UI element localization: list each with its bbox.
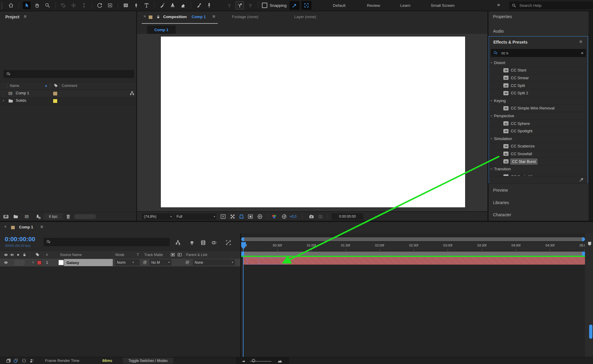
track-matte-dropdown[interactable]: No M ▾ (150, 259, 171, 266)
project-search-input[interactable] (14, 71, 132, 77)
graph-editor-icon[interactable] (225, 240, 231, 246)
snapshot-icon[interactable] (309, 214, 314, 220)
sort-ascending-icon[interactable]: ▲ (44, 84, 48, 87)
navigator-left-handle[interactable] (241, 237, 244, 241)
resolution-dropdown[interactable]: Full ▾ (174, 213, 217, 220)
layer-switch-cell[interactable] (20, 260, 25, 266)
label-color-swatch[interactable] (53, 99, 58, 103)
timeline-vertical-scrollbar[interactable] (589, 325, 592, 339)
comp-label-swatch[interactable] (148, 15, 153, 19)
magnification-dropdown[interactable]: (74,8%) ▾ (142, 213, 174, 220)
rotation-tool[interactable] (96, 1, 104, 9)
column-track-matte[interactable]: Track Matte (144, 253, 163, 257)
brush-tool[interactable] (158, 1, 166, 9)
type-tool[interactable] (143, 1, 150, 9)
layer-copies-icon[interactable] (6, 358, 11, 363)
column-mode[interactable]: Mode (115, 253, 124, 257)
timeline-tab-label[interactable]: Comp 1 (19, 225, 33, 229)
unlock-icon[interactable] (156, 15, 160, 19)
effect-item-cc-scatterize[interactable]: 16CC Scatterize (489, 143, 587, 150)
draft-3d-icon[interactable] (189, 240, 195, 246)
effect-item-cc-snowfall[interactable]: 32CC Snowfall (489, 150, 587, 158)
pen-tool[interactable] (132, 1, 140, 9)
show-snapshot-icon[interactable] (317, 214, 323, 220)
layer-selection-outline[interactable] (259, 258, 287, 264)
viewer-pasteboard[interactable] (137, 34, 487, 211)
exposure-icon[interactable] (281, 214, 287, 220)
bend-pin-tool[interactable] (246, 1, 254, 9)
column-comment[interactable]: Comment (62, 84, 77, 88)
help-search-input[interactable] (519, 3, 590, 8)
project-search-box[interactable] (4, 70, 134, 78)
work-area-end-handle[interactable] (582, 252, 585, 256)
clear-search-icon[interactable]: × (581, 50, 584, 55)
project-item-name[interactable]: Solids (16, 98, 26, 103)
workspace-tab-learn[interactable]: Learn (400, 0, 411, 11)
expand-chevron-icon[interactable]: › (3, 98, 4, 103)
preserve-transparency-cell[interactable] (135, 259, 140, 266)
effects-panel-menu-icon[interactable]: ≡ (579, 39, 582, 44)
new-animation-preset-icon[interactable] (579, 177, 584, 182)
parent-link-dropdown[interactable]: None ▾ (193, 259, 235, 266)
panel-tab-character[interactable]: Character (489, 209, 589, 221)
interpret-footage-icon[interactable] (3, 214, 9, 220)
zoom-tool[interactable] (44, 1, 51, 9)
audio-speaker-icon[interactable] (9, 252, 14, 257)
selection-tool[interactable] (23, 1, 31, 9)
bit-depth-button[interactable]: 8 bpc (44, 213, 63, 220)
layer-row-galaxy[interactable]: › 1 Galaxy Norm ▾ @ No M ▾ @ None ▾ (0, 259, 240, 267)
puppet-pin-tool[interactable] (205, 1, 213, 9)
layer-duration-bar[interactable] (243, 257, 585, 265)
project-row-comp[interactable]: Comp 1 (0, 90, 136, 97)
layer-name-cell[interactable]: Galaxy (64, 259, 113, 266)
effect-item-cc-split[interactable]: 16CC Split (489, 82, 587, 90)
column-source-name[interactable]: Source Name (60, 253, 82, 257)
toggle-switches-modes-button[interactable]: Toggle Switches / Modes (123, 358, 173, 363)
effect-item-cc-simple-wire-removal[interactable]: 32CC Simple Wire Removal (489, 105, 587, 112)
panel-tab-preview[interactable]: Preview (489, 184, 589, 197)
label-color-swatch[interactable] (53, 91, 58, 96)
comp-marker-bin-icon[interactable] (587, 241, 592, 247)
work-area-start-handle[interactable] (241, 252, 244, 256)
effects-category-simulation[interactable]: ›Simulation (489, 135, 587, 143)
in-out-braces-icon[interactable] (21, 358, 27, 363)
panel-tab-properties[interactable]: Properties (489, 11, 589, 23)
effect-item-cc-sphere[interactable]: 32CC Sphere (489, 120, 587, 128)
position-pin-tool[interactable] (225, 1, 233, 9)
column-parent-link[interactable]: Parent & Link (186, 253, 207, 257)
lock-icon[interactable] (22, 252, 27, 257)
delete-trash-icon[interactable] (65, 214, 71, 220)
fast-preview-icon[interactable] (220, 214, 226, 220)
orbit-camera-tool[interactable] (59, 1, 67, 9)
snap-region-button[interactable] (301, 1, 311, 10)
layer-eye-icon[interactable] (4, 260, 8, 265)
effect-item-cc-slant[interactable]: 16CC Slant (489, 67, 587, 74)
alpha-matte-icon[interactable] (170, 252, 175, 257)
comp-selector-tab[interactable]: Comp 1 (147, 26, 176, 34)
layer-in-handle-outline[interactable] (247, 258, 259, 264)
zoom-in-mountain-icon[interactable] (277, 358, 283, 364)
effects-category-transition[interactable]: ›Transition (489, 165, 587, 173)
roto-brush-tool[interactable] (195, 1, 203, 9)
column-name[interactable]: Name (10, 84, 19, 88)
hand-tool[interactable] (33, 1, 41, 9)
panel-tab-audio[interactable]: Audio (489, 22, 589, 36)
effect-item-cc-smear[interactable]: 32CC Smear (489, 74, 587, 82)
label-column-tag-icon[interactable] (53, 83, 58, 88)
composition-mini-flowchart-icon[interactable] (175, 240, 181, 246)
grid-guides-icon[interactable] (257, 214, 263, 220)
timeline-search-box[interactable] (44, 238, 170, 246)
effects-category-perspective[interactable]: ›Perspective (489, 112, 587, 120)
solo-icon[interactable] (16, 253, 20, 257)
mask-visibility-icon[interactable] (247, 214, 253, 220)
exposure-value[interactable]: +0,0 (290, 214, 297, 219)
viewer-tab-layer[interactable]: Layer (none) (294, 15, 316, 19)
snapping-checkbox[interactable] (262, 3, 267, 8)
layer-switch-cell[interactable] (14, 260, 19, 266)
new-composition-icon[interactable] (24, 214, 30, 220)
effects-search-input[interactable] (501, 50, 578, 55)
effect-item-cc-star-burst[interactable]: 32CC Star Burst (489, 158, 587, 166)
workspace-overflow-button[interactable]: » (497, 2, 499, 8)
current-time-display[interactable]: 0:00:00:00 (5, 236, 35, 243)
effects-search-box[interactable]: × (491, 49, 586, 57)
